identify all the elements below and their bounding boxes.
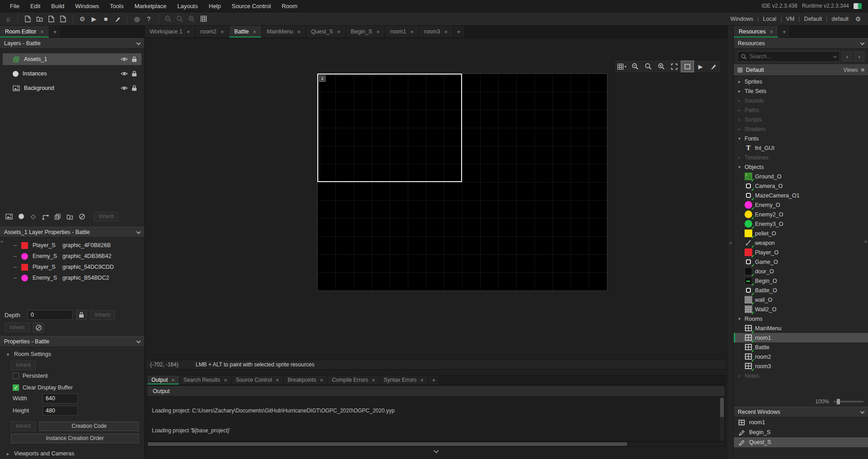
right-collapse-icon[interactable]: » bbox=[864, 239, 867, 244]
tab-syntax-errors[interactable]: Syntax Errors× bbox=[380, 375, 428, 384]
target-connection[interactable]: Local bbox=[763, 16, 776, 22]
add-asset-layer-button[interactable] bbox=[52, 211, 63, 222]
target-config[interactable]: Default bbox=[804, 16, 822, 22]
tab-source-control[interactable]: Source Control× bbox=[232, 375, 284, 384]
close-icon[interactable]: × bbox=[221, 29, 224, 35]
depth-lock-button[interactable] bbox=[76, 310, 87, 320]
resource-enemy3-o[interactable]: ✓Enemy3_O bbox=[734, 219, 868, 229]
zoom-reset-button[interactable] bbox=[175, 14, 185, 24]
resource-wall2-o[interactable]: ✓Wall2_O bbox=[734, 304, 868, 314]
grid-settings-button[interactable]: ▾ bbox=[616, 61, 628, 72]
tab-begin-s[interactable]: Begin_S× bbox=[346, 26, 385, 37]
tab-search-results[interactable]: Search Results× bbox=[179, 375, 232, 384]
paint-mode-button[interactable] bbox=[708, 61, 720, 72]
layer-row-instances[interactable]: Instances bbox=[3, 68, 142, 80]
debug-button[interactable]: ⚙ bbox=[77, 14, 88, 24]
menu-file[interactable]: File bbox=[5, 0, 25, 12]
stop-button[interactable]: ■ bbox=[100, 14, 111, 24]
layer-row-assets[interactable]: Assets_1 bbox=[3, 53, 142, 65]
fit-to-window-button[interactable] bbox=[668, 61, 680, 72]
output-log[interactable]: Loading project: C:\Users\Zachary\Docume… bbox=[147, 397, 725, 441]
close-icon[interactable]: × bbox=[276, 377, 279, 383]
properties-header[interactable]: Properties - Battle bbox=[0, 336, 144, 347]
close-icon[interactable]: × bbox=[253, 29, 256, 35]
group-tile-sets[interactable]: ▸Tile Sets bbox=[734, 86, 868, 96]
canvas-zoom-out-button[interactable] bbox=[629, 61, 641, 72]
tab-room-editor[interactable]: Room Editor × bbox=[0, 26, 49, 37]
room-canvas[interactable]: 2 ▾ ▶ bbox=[145, 38, 728, 360]
menu-edit[interactable]: Edit bbox=[25, 0, 46, 12]
recent-room1[interactable]: room1 bbox=[734, 417, 868, 427]
lock-icon[interactable] bbox=[132, 85, 137, 91]
resource-room1[interactable]: ✓room1 bbox=[734, 333, 868, 342]
menu-layouts[interactable]: Layouts bbox=[172, 0, 203, 12]
close-icon[interactable]: × bbox=[224, 377, 227, 383]
tab-resources[interactable]: Resources × bbox=[734, 26, 778, 37]
asset-entry[interactable]: – Player_S graphic_4F0B826B bbox=[0, 240, 144, 251]
camera-viewport[interactable]: 2 bbox=[317, 74, 462, 182]
help-button[interactable]: ? bbox=[143, 14, 154, 24]
width-input[interactable] bbox=[42, 393, 78, 403]
resource-game-o[interactable]: ✓Game_O bbox=[734, 257, 868, 267]
tree-zoom-slider[interactable] bbox=[834, 401, 863, 403]
resource-room3[interactable]: ✓room3 bbox=[734, 361, 868, 371]
menu-marketplace[interactable]: Marketplace bbox=[129, 0, 172, 12]
view-sort-icon[interactable] bbox=[737, 67, 743, 73]
resource-player-o[interactable]: ✓Player_O bbox=[734, 248, 868, 257]
asset-entry[interactable]: – Enemy_S graphic_4DB36B42 bbox=[0, 251, 144, 262]
resource-weapon[interactable]: ✓weapon bbox=[734, 238, 868, 248]
resources-header[interactable]: Resources bbox=[734, 38, 868, 49]
menu-tools[interactable]: Tools bbox=[104, 0, 129, 12]
target-device[interactable]: default bbox=[831, 16, 849, 22]
tab-mainmenu[interactable]: MainMenu× bbox=[262, 26, 306, 37]
depth-input[interactable] bbox=[28, 310, 73, 320]
group-rooms[interactable]: ▾Rooms bbox=[734, 314, 868, 323]
home-button[interactable]: ⌂ bbox=[3, 14, 14, 24]
tab-room1[interactable]: room1× bbox=[385, 26, 419, 37]
clean-button[interactable] bbox=[112, 14, 123, 24]
open-project-button[interactable] bbox=[34, 14, 45, 24]
asset-entry[interactable]: – Player_S graphic_54DC9CDD bbox=[0, 262, 144, 272]
resource-enemy-o[interactable]: ✓Enemy_O bbox=[734, 200, 868, 210]
menu-windows[interactable]: Windows bbox=[70, 0, 104, 12]
tab-breakpoints[interactable]: Breakpoints× bbox=[283, 375, 328, 384]
add-tile-layer-button[interactable]: ◇ bbox=[28, 211, 38, 222]
height-input[interactable] bbox=[42, 406, 78, 416]
menu-build[interactable]: Build bbox=[46, 0, 70, 12]
inherit-button[interactable]: Inherit bbox=[5, 323, 29, 332]
slider-thumb[interactable] bbox=[837, 399, 840, 404]
canvas-zoom-reset-button[interactable] bbox=[642, 61, 654, 72]
target-button[interactable]: ◎ bbox=[132, 14, 142, 24]
resource-camera-o[interactable]: ✓Camera_O bbox=[734, 181, 868, 191]
lock-icon[interactable] bbox=[132, 70, 137, 77]
instance-creation-order-button[interactable]: Instance Creation Order bbox=[11, 434, 139, 443]
close-icon[interactable]: × bbox=[372, 377, 375, 383]
visibility-options-button[interactable] bbox=[33, 323, 44, 333]
panel-collapse-strip[interactable]: » bbox=[728, 26, 733, 459]
views-menu-icon[interactable]: ≡ bbox=[861, 66, 864, 73]
target-settings-gear-icon[interactable]: ⚙ bbox=[853, 14, 863, 24]
asset-entry[interactable]: – Enemy_S graphic_B54BDC2 bbox=[0, 272, 144, 283]
close-icon[interactable]: × bbox=[320, 377, 324, 383]
resource-fnt-gui[interactable]: Tfnt_GUI bbox=[734, 143, 868, 153]
group-timelines[interactable]: ▸Timelines bbox=[734, 153, 868, 162]
tab-compile-errors[interactable]: Compile Errors× bbox=[328, 375, 380, 384]
group-notes[interactable]: ▸Notes bbox=[734, 371, 868, 380]
canvas-zoom-in-button[interactable] bbox=[655, 61, 667, 72]
left-collapse-icon[interactable]: « bbox=[0, 239, 3, 244]
group-scripts[interactable]: ▸Scripts bbox=[734, 115, 868, 124]
save-project-button[interactable] bbox=[46, 14, 57, 24]
layer-inherit-button[interactable]: Inherit bbox=[94, 212, 118, 221]
group-shaders[interactable]: ▸Shaders bbox=[734, 124, 868, 134]
search-input[interactable] bbox=[750, 53, 831, 60]
laptop-mode-button[interactable] bbox=[198, 14, 209, 24]
group-objects[interactable]: ▾Objects bbox=[734, 162, 868, 172]
visibility-eye-icon[interactable] bbox=[121, 85, 128, 91]
resource-mainmenu[interactable]: ✓MainMenu bbox=[734, 323, 868, 333]
menu-source-control[interactable]: Source Control bbox=[226, 0, 277, 12]
layer-properties-header[interactable]: Assets_1 Layer Properties - Battle bbox=[0, 227, 144, 238]
close-icon[interactable]: × bbox=[410, 29, 414, 35]
add-tab-button[interactable]: + bbox=[453, 26, 465, 37]
persistent-checkbox[interactable]: ✓ bbox=[13, 373, 19, 379]
output-horizontal-scrollbar[interactable] bbox=[147, 441, 725, 447]
